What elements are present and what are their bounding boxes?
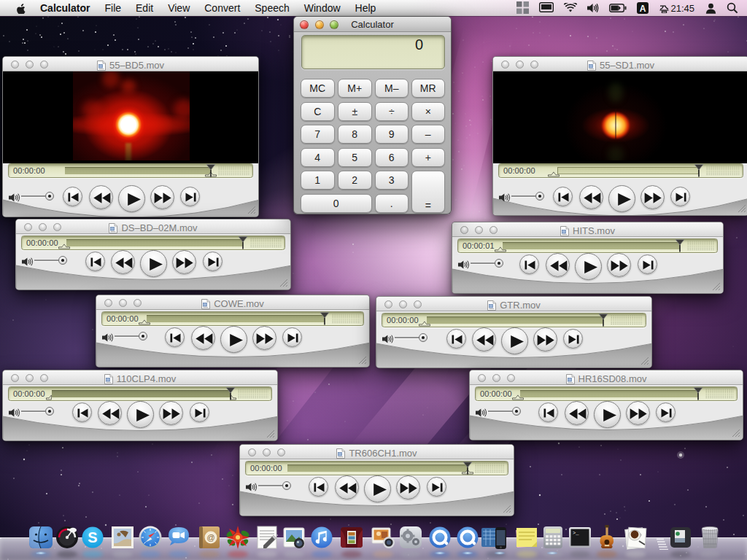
svg-text:A: A	[640, 4, 646, 14]
svg-text:S: S	[88, 529, 97, 545]
svg-text:@: @	[206, 533, 214, 542]
svg-text:>_: >_	[573, 530, 579, 536]
